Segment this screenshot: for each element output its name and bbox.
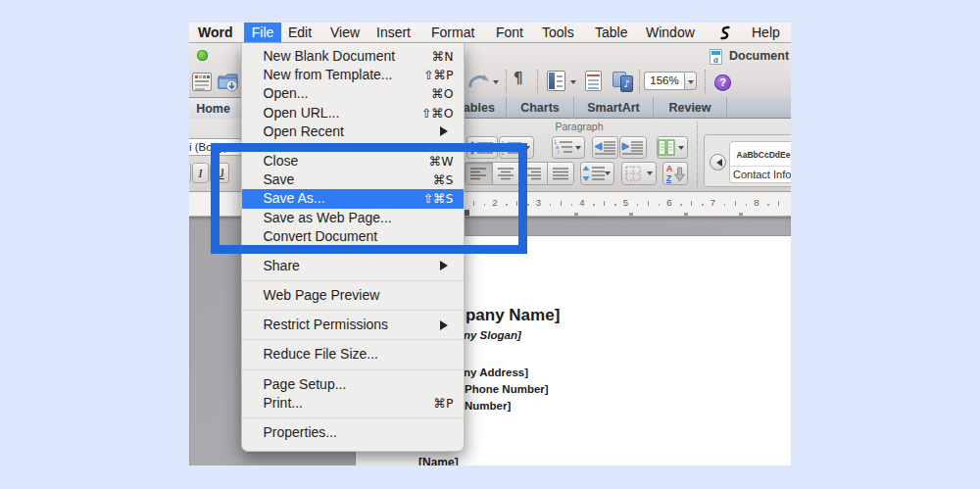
zoom-dropdown-button[interactable] [684,72,697,90]
menu-edit[interactable]: Edit [288,23,312,42]
italic-button[interactable]: I [192,163,209,183]
menu-item-restrict-permissions[interactable]: Restrict Permissions [242,316,465,334]
ruler-tabstop [629,213,633,216]
menu-help[interactable]: Help [752,23,780,42]
menu-file[interactable]: File [244,23,281,42]
menu-table[interactable]: Table [595,23,627,42]
toolbar-separator [705,70,706,93]
menu-item-label: New from Template... [264,67,393,82]
elements-gallery-icon[interactable] [192,73,212,91]
menu-word[interactable]: Word [198,23,233,42]
zoom-input[interactable]: 156% [644,72,684,90]
ruler-dot [659,204,661,206]
line-spacing-caret[interactable] [605,171,611,178]
menu-format[interactable]: Format [431,23,474,42]
ruler-dot [746,204,748,206]
styles-panel: AaBbCcDdEe Contact Infor... [704,134,791,187]
menu-item-open[interactable]: Open...⌘O [242,84,465,103]
style-card-divider [730,166,791,167]
annotation-highlight-rectangle [211,143,527,254]
decrease-indent-button[interactable] [592,136,618,159]
open-folder-icon[interactable] [218,71,238,92]
ruler-tick [691,201,692,206]
ruler-number: 4 [579,197,584,208]
menu-item-properties[interactable]: Properties... [242,423,465,442]
word-app-screenshot: [Company Name][Company Slogan][Company A… [189,23,791,465]
toolbar-separator [537,70,538,93]
increase-indent-button[interactable] [619,136,647,159]
svg-text:i: i [558,149,559,155]
menu-item-open-recent[interactable]: Open Recent [242,122,465,141]
menu-item-print[interactable]: Print...⌘P [242,394,465,413]
menu-insert[interactable]: Insert [376,23,411,42]
sidebar-dropdown-caret[interactable] [570,80,576,87]
ribbon-group-separator [697,122,698,187]
style-preview-text: AaBbCcDdEe [730,150,791,160]
line-spacing-button[interactable] [580,162,614,185]
redo-icon[interactable] [467,72,491,92]
menu-item-new-blank-document[interactable]: New Blank Document⌘N [242,47,465,66]
submenu-arrow-icon [440,261,453,270]
ribbon-tab-review[interactable]: Review [654,97,727,119]
menu-tools[interactable]: Tools [542,23,574,42]
sort-button[interactable]: A Z [662,162,688,185]
ruler-number: 5 [623,197,628,208]
menu-font[interactable]: Font [496,23,523,42]
menu-item-new-from-template[interactable]: New from Template...⇧⌘P [242,66,465,84]
menu-separator [242,334,465,345]
menu-separator [242,275,465,286]
ruler-dot [680,204,682,206]
document-text-line[interactable]: [Name] [418,456,459,465]
window-title: Document [729,49,791,63]
traffic-light-green-icon[interactable] [197,50,208,61]
menu-item-label: New Blank Document [264,48,396,64]
help-button[interactable]: ? [714,74,731,91]
menu-item-label: Print... [264,395,303,411]
ruler-tick [604,201,605,206]
ruler-dot [571,204,573,206]
notebook-icon[interactable] [585,71,602,91]
ribbon-tab-smartart[interactable]: SmartArt [574,97,654,119]
menu-separator [242,365,465,375]
ribbon-tab-home[interactable]: Home [189,97,245,119]
ruler-tick [561,201,562,206]
menu-item-page-setup[interactable]: Page Setup... [242,375,465,394]
ruler-dot [527,204,529,206]
menu-item-open-url[interactable]: Open URL...⇧⌘O [242,104,465,122]
borders-button[interactable] [621,162,657,185]
columns-button[interactable] [657,136,688,159]
redo-dropdown-caret[interactable] [493,80,499,87]
menu-item-label: Open URL... [264,105,340,121]
show-formatting-icon[interactable]: ¶ [514,70,523,87]
ribbon-tab-charts[interactable]: Charts [507,97,574,119]
menu-view[interactable]: View [330,23,360,42]
columns-caret[interactable] [678,146,684,153]
ruler-number: 8 [754,197,759,208]
menu-item-web-page-preview[interactable]: Web Page Preview [242,286,465,305]
ruler-dot [614,204,616,206]
menu-item-label: Restrict Permissions [264,317,389,332]
bold-button[interactable] [189,163,191,183]
menu-item-label: Open Recent [264,123,345,139]
media-browser-icon[interactable]: ♪ [612,70,633,92]
ruler-dot [550,204,552,206]
borders-caret[interactable] [647,171,653,178]
justify-button[interactable] [548,163,575,184]
menu-item-share[interactable]: Share [242,257,465,275]
music-note-icon: ♪ [620,75,633,92]
ruler-dot [702,204,704,206]
applescript-icon[interactable] [718,25,732,40]
ruler-tabstop [574,213,578,216]
sidebar-icon[interactable] [547,71,565,91]
menu-item-label: Page Setup... [264,376,347,392]
menu-item-shortcut: ⇧⌘P [423,66,454,84]
ruler-tabstop [739,213,743,216]
style-card[interactable]: AaBbCcDdEe Contact Infor... [729,141,791,183]
desktop-background: [Company Name][Company Slogan][Company A… [0,0,980,489]
multilevel-list-button[interactable]: 1ai [552,136,585,159]
menu-window[interactable]: Window [646,23,695,42]
styles-collapse-button[interactable] [710,154,726,171]
menu-item-reduce-file-size[interactable]: Reduce File Size... [242,345,465,364]
multilevel-caret[interactable] [575,146,581,153]
doc-icon-letter: a [710,54,721,65]
